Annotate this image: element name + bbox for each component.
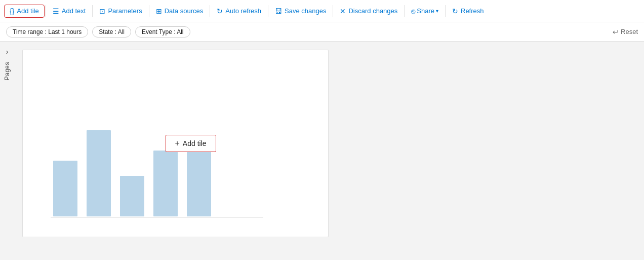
add-tile-button[interactable]: {} Add tile: [4, 5, 45, 18]
toolbar: {} Add tile ☰ Add text ⊡ Parameters ⊞ Da…: [0, 0, 644, 22]
save-changes-label: Save changes: [285, 7, 326, 15]
share-button[interactable]: ⎋ Share ▾: [406, 5, 444, 18]
bar-1: [53, 161, 77, 216]
sep-5: [268, 5, 268, 17]
filter-bar: Time range : Last 1 hours State : All Ev…: [0, 22, 644, 42]
pages-toggle-icon[interactable]: ›: [4, 46, 11, 58]
canvas-area: + Add tile: [14, 42, 644, 260]
share-icon: ⎋: [411, 7, 415, 15]
discard-changes-label: Discard changes: [348, 7, 397, 15]
refresh-icon: ↻: [452, 7, 458, 15]
auto-refresh-button[interactable]: ↻ Auto refresh: [211, 5, 267, 18]
add-tile-label: Add tile: [17, 7, 38, 15]
parameters-label: Parameters: [108, 7, 142, 15]
sep-8: [445, 5, 446, 17]
sep-6: [333, 5, 333, 17]
reset-label: Reset: [621, 28, 638, 35]
pages-label: Pages: [4, 62, 11, 81]
bar-4: [153, 151, 178, 216]
parameters-button[interactable]: ⊡ Parameters: [94, 5, 147, 18]
auto-refresh-icon: ↻: [217, 7, 223, 15]
reset-icon: ↩: [613, 28, 619, 36]
add-text-icon: ☰: [53, 7, 59, 15]
auto-refresh-label: Auto refresh: [225, 7, 261, 15]
bar-3: [120, 176, 144, 216]
sep-7: [404, 5, 405, 17]
refresh-button[interactable]: ↻ Refresh: [447, 5, 490, 18]
discard-changes-button[interactable]: ✕ Discard changes: [334, 5, 403, 18]
dashboard-card: + Add tile: [22, 50, 329, 237]
save-changes-button[interactable]: 🖫 Save changes: [269, 5, 332, 18]
data-sources-icon: ⊞: [156, 7, 162, 15]
data-sources-button[interactable]: ⊞ Data sources: [150, 5, 209, 18]
main-area: › Pages + Add tile: [0, 42, 644, 260]
add-tile-icon: {}: [10, 7, 14, 15]
add-text-label: Add text: [62, 7, 86, 15]
add-tile-overlay-label: Add tile: [183, 139, 207, 147]
reset-button[interactable]: ↩ Reset: [613, 28, 638, 36]
time-range-label: Time range : Last 1 hours: [13, 28, 82, 35]
sep-3: [149, 5, 149, 17]
state-filter[interactable]: State : All: [92, 26, 131, 38]
discard-changes-icon: ✕: [340, 7, 346, 15]
sep-2: [92, 5, 93, 17]
sep-4: [210, 5, 210, 17]
refresh-label: Refresh: [461, 7, 484, 15]
share-label: Share: [417, 7, 434, 15]
bar-2: [87, 130, 111, 216]
add-text-button[interactable]: ☰ Add text: [47, 5, 92, 18]
bar-5: [187, 143, 211, 216]
save-changes-icon: 🖫: [275, 7, 282, 15]
state-label: State : All: [99, 28, 125, 35]
chart-axis-line: [51, 217, 263, 217]
pages-sidebar[interactable]: › Pages: [0, 42, 14, 260]
event-type-filter[interactable]: Event Type : All: [135, 26, 190, 38]
sep-1: [46, 5, 46, 17]
parameters-icon: ⊡: [99, 7, 105, 15]
add-tile-overlay-button[interactable]: + Add tile: [165, 135, 216, 152]
time-range-filter[interactable]: Time range : Last 1 hours: [6, 26, 88, 38]
event-type-label: Event Type : All: [142, 28, 184, 35]
share-chevron-icon: ▾: [436, 8, 438, 14]
add-tile-plus-icon: +: [175, 139, 179, 148]
data-sources-label: Data sources: [165, 7, 204, 15]
